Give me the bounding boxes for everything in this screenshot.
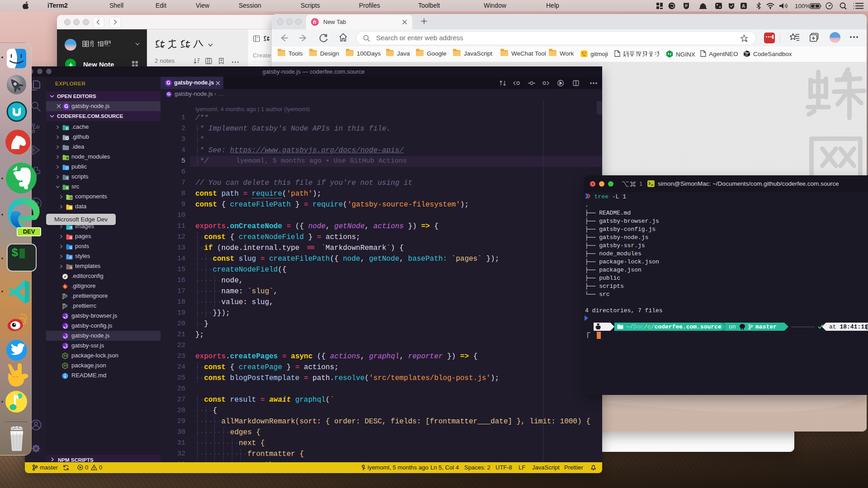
svg-text:100%: 100% [795, 3, 811, 9]
svg-text:P: P [685, 4, 688, 8]
svg-text:A: A [742, 4, 745, 9]
